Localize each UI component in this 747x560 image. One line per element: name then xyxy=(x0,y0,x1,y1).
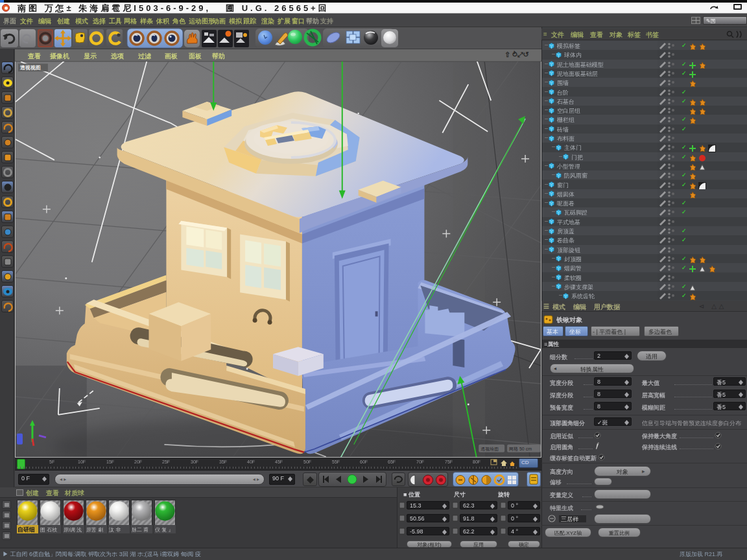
svg-text:透视视图: 透视视图 xyxy=(19,65,41,71)
svg-text:网格 50 cm: 网格 50 cm xyxy=(509,447,532,452)
svg-text:透视绘图: 透视绘图 xyxy=(480,447,499,452)
